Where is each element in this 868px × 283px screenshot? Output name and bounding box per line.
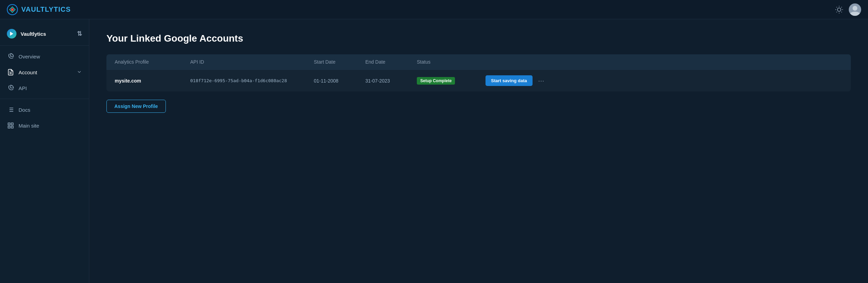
overview-icon: [7, 53, 14, 60]
table-header: Analytics Profile API ID Start Date End …: [106, 54, 851, 69]
sidebar-docs-label: Docs: [19, 107, 30, 113]
col-start-date: Start Date: [314, 59, 365, 65]
svg-rect-23: [11, 126, 13, 128]
logo-icon: [7, 4, 18, 15]
account-icon: [7, 68, 14, 76]
svg-point-2: [837, 8, 841, 11]
col-profile: Analytics Profile: [115, 59, 190, 65]
org-icon: [7, 29, 16, 39]
svg-rect-21: [8, 123, 10, 125]
sidebar-item-api[interactable]: API: [0, 80, 89, 96]
assign-new-profile-button[interactable]: Assign New Profile: [106, 100, 166, 113]
sidebar-main-site-label: Main site: [19, 123, 39, 129]
sidebar-account-label: Account: [19, 69, 37, 75]
svg-line-10: [841, 7, 842, 7]
cell-status: Setup Complete: [417, 77, 486, 85]
sidebar-api-label: API: [19, 85, 27, 91]
logo: VAULTLYTICS: [7, 4, 71, 15]
sidebar-item-overview[interactable]: Overview: [0, 48, 89, 64]
svg-point-1: [11, 8, 14, 11]
svg-marker-12: [10, 32, 13, 36]
sidebar-item-account[interactable]: Account: [0, 64, 89, 80]
svg-line-5: [836, 7, 837, 7]
table-row: mysite.com 018f712e-6995-75ad-b04a-f1d6c…: [106, 69, 851, 91]
account-chevron-icon: [77, 69, 82, 76]
avatar[interactable]: [849, 3, 861, 16]
cell-actions: Start saving data ⋯: [486, 75, 843, 86]
svg-point-11: [853, 6, 857, 11]
col-status: Status: [417, 59, 486, 65]
sidebar-item-main-site[interactable]: Main site: [0, 118, 89, 133]
col-actions: [486, 59, 843, 65]
api-icon: [7, 84, 14, 92]
more-options-icon[interactable]: ⋯: [537, 76, 546, 86]
cell-api-id: 018f712e-6995-75ad-b04a-f1d6c080ac28: [190, 78, 314, 83]
col-api-id: API ID: [190, 59, 314, 65]
cell-start-date: 01-11-2008: [314, 78, 365, 84]
cell-profile: mysite.com: [115, 78, 190, 84]
svg-rect-22: [11, 123, 13, 125]
linked-accounts-table: Analytics Profile API ID Start Date End …: [106, 54, 851, 91]
start-saving-button[interactable]: Start saving data: [486, 75, 533, 86]
org-chevron-icon: ⇅: [77, 30, 82, 37]
sidebar: Vaultlytics ⇅ Overview: [0, 19, 89, 283]
sidebar-org[interactable]: Vaultlytics ⇅: [0, 25, 89, 43]
main-site-icon: [7, 122, 14, 129]
svg-line-9: [836, 12, 837, 12]
topbar-actions: [835, 3, 861, 16]
page-title: Your Linked Google Accounts: [106, 33, 851, 44]
sidebar-item-docs[interactable]: Docs: [0, 102, 89, 118]
logo-text: VAULTLYTICS: [21, 6, 71, 13]
org-name: Vaultlytics: [21, 31, 46, 37]
svg-rect-24: [8, 126, 10, 128]
sun-icon[interactable]: [835, 6, 843, 14]
main-content: Your Linked Google Accounts Analytics Pr…: [89, 19, 868, 283]
sidebar-overview-label: Overview: [19, 54, 40, 59]
svg-line-6: [841, 12, 842, 12]
main-layout: Vaultlytics ⇅ Overview: [0, 19, 868, 283]
status-badge: Setup Complete: [417, 77, 455, 85]
docs-icon: [7, 106, 14, 113]
cell-end-date: 31-07-2023: [365, 78, 417, 84]
col-end-date: End Date: [365, 59, 417, 65]
topbar: VAULTLYTICS: [0, 0, 868, 19]
